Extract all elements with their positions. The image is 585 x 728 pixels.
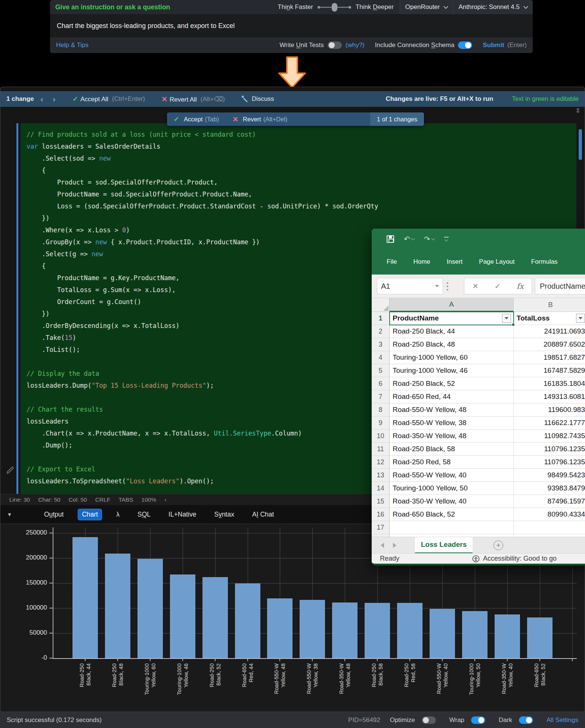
- ribbon-tab-insert[interactable]: Insert: [447, 258, 463, 266]
- accept-all-button[interactable]: ✓Accept All: [72, 95, 108, 103]
- cell-a13[interactable]: Road-550-W Yellow, 40: [390, 469, 514, 482]
- cell-b5[interactable]: 167487.5829: [514, 364, 585, 377]
- filter-button[interactable]: [576, 314, 585, 323]
- cell-a17[interactable]: [390, 521, 514, 534]
- column-header-b[interactable]: B: [514, 298, 585, 312]
- customize-toolbar-icon[interactable]: [444, 237, 449, 241]
- submit-button[interactable]: Submit: [483, 41, 504, 49]
- sheet-nav-right-icon[interactable]: [393, 543, 396, 548]
- accept-button[interactable]: ✓ Accept (Tab): [167, 112, 226, 126]
- discuss-button[interactable]: Discuss: [241, 95, 274, 103]
- cell-a14[interactable]: Touring-1000 Yellow, 50: [390, 482, 514, 495]
- fill-handle[interactable]: [512, 323, 515, 326]
- ribbon-tab-file[interactable]: File: [387, 258, 397, 266]
- cell-b13[interactable]: 98499.5423: [514, 469, 585, 482]
- cell-a1[interactable]: ProductName: [390, 312, 514, 325]
- row-number[interactable]: 7: [372, 390, 390, 403]
- formula-input[interactable]: ProductName: [535, 278, 585, 294]
- cell-a9[interactable]: Road-550-W Yellow, 38: [390, 416, 514, 430]
- dark-toggle[interactable]: [519, 716, 533, 724]
- cell-b14[interactable]: 93983.8479: [514, 482, 585, 495]
- cell-a12[interactable]: Road-250 Red, 58: [390, 456, 514, 469]
- add-sheet-button[interactable]: +: [493, 540, 503, 550]
- all-settings-link[interactable]: All Settings: [547, 716, 578, 724]
- cell-b11[interactable]: 110796.1235: [514, 443, 585, 456]
- cell-b15[interactable]: 87496.1597: [514, 495, 585, 508]
- row-number[interactable]: 16: [372, 508, 390, 521]
- row-number[interactable]: 9: [372, 416, 390, 430]
- prompt-input[interactable]: Chart the biggest loss-leading products,…: [50, 14, 533, 37]
- optimize-toggle[interactable]: [422, 716, 436, 724]
- cancel-entry-icon[interactable]: ✕: [472, 282, 479, 291]
- row-number[interactable]: 8: [372, 403, 390, 416]
- select-all-corner[interactable]: [372, 298, 390, 312]
- cell-a10[interactable]: Road-350-W Yellow, 48: [390, 430, 514, 443]
- model-dropdown[interactable]: Anthropic: Sonnet 4.5: [453, 0, 533, 14]
- cell-a16[interactable]: Road-650 Black, 52: [390, 508, 514, 521]
- cell-a6[interactable]: Road-250 Black, 52: [390, 377, 514, 390]
- confirm-entry-icon[interactable]: ✓: [495, 282, 501, 291]
- row-number[interactable]: 15: [372, 495, 390, 508]
- wrap-toggle[interactable]: [471, 716, 485, 724]
- row-number[interactable]: 1: [372, 312, 390, 325]
- ribbon-tab-page-layout[interactable]: Page Layout: [479, 258, 514, 266]
- cell-a4[interactable]: Touring-1000 Yellow, 60: [390, 351, 514, 364]
- tab-syntax[interactable]: Syntax: [210, 509, 238, 520]
- cell-b12[interactable]: 110796.1235: [514, 456, 585, 469]
- cell-a7[interactable]: Road-650 Red, 44: [390, 390, 514, 403]
- cell-b2[interactable]: 241911.0693: [514, 325, 585, 338]
- cell-a11[interactable]: Road-250 Black, 58: [390, 443, 514, 456]
- cell-b3[interactable]: 208897.6502: [514, 338, 585, 351]
- include-schema-toggle[interactable]: [458, 41, 472, 49]
- column-header-a[interactable]: A: [390, 298, 514, 312]
- cell-name-box[interactable]: A1: [377, 278, 443, 294]
- why-link[interactable]: (why?): [346, 41, 365, 49]
- tab-output[interactable]: Output: [40, 509, 68, 520]
- cell-b7[interactable]: 149313.6081: [514, 390, 585, 403]
- ribbon-tab-home[interactable]: Home: [413, 258, 430, 266]
- sheet-nav-left-icon[interactable]: [381, 543, 384, 548]
- cell-b6[interactable]: 161835.1804: [514, 377, 585, 390]
- row-number[interactable]: 3: [372, 338, 390, 351]
- editor-scrollbar[interactable]: [579, 129, 582, 160]
- sheet-tab-loss-leaders[interactable]: Loss Leaders: [415, 537, 473, 554]
- row-number[interactable]: 5: [372, 364, 390, 377]
- cell-a8[interactable]: Road-550-W Yellow, 48: [390, 403, 514, 416]
- row-number[interactable]: 10: [372, 430, 390, 443]
- provider-dropdown[interactable]: OpenRouter: [400, 0, 453, 14]
- undo-button[interactable]: ↶: [404, 235, 414, 244]
- row-number[interactable]: 2: [372, 325, 390, 338]
- row-number[interactable]: 4: [372, 351, 390, 364]
- row-number[interactable]: 12: [372, 456, 390, 469]
- save-icon[interactable]: [387, 235, 394, 243]
- cell-b17[interactable]: [514, 521, 585, 534]
- splitter-handle-icon[interactable]: ⇕: [575, 107, 581, 115]
- think-slider[interactable]: [318, 7, 350, 8]
- cell-b4[interactable]: 198517.6827: [514, 351, 585, 364]
- revert-all-button[interactable]: ✕Revert All: [161, 95, 197, 103]
- cell-b10[interactable]: 110982.7435: [514, 430, 585, 443]
- filter-button[interactable]: [502, 314, 511, 323]
- cell-a15[interactable]: Road-350-W Yellow, 40: [390, 495, 514, 508]
- revert-button[interactable]: ✕ Revert (Alt+Del): [226, 112, 294, 126]
- cell-a2[interactable]: Road-250 Black, 44: [390, 325, 514, 338]
- tab-chart[interactable]: Chart: [78, 509, 102, 520]
- collapse-panel-icon[interactable]: ▼: [7, 512, 12, 517]
- next-change-button[interactable]: ›: [50, 95, 58, 103]
- row-number[interactable]: 14: [372, 482, 390, 495]
- row-number[interactable]: 6: [372, 377, 390, 390]
- ribbon-tab-formulas[interactable]: Formulas: [531, 258, 558, 266]
- cell-b8[interactable]: 119600.983: [514, 403, 585, 416]
- row-number[interactable]: 11: [372, 443, 390, 456]
- cell-b1[interactable]: TotalLoss: [514, 312, 585, 325]
- redo-button[interactable]: ↷: [424, 235, 434, 244]
- cell-a5[interactable]: Touring-1000 Yellow, 46: [390, 364, 514, 377]
- row-number[interactable]: 13: [372, 469, 390, 482]
- think-slider-thumb[interactable]: [332, 3, 337, 12]
- cell-b16[interactable]: 80990.4334: [514, 508, 585, 521]
- insert-function-icon[interactable]: fx: [517, 282, 524, 291]
- prev-change-button[interactable]: ‹: [38, 95, 46, 103]
- cell-a3[interactable]: Road-250 Black, 48: [390, 338, 514, 351]
- tab-il-native[interactable]: IL+Native: [165, 509, 200, 520]
- tab--[interactable]: λ: [112, 509, 123, 520]
